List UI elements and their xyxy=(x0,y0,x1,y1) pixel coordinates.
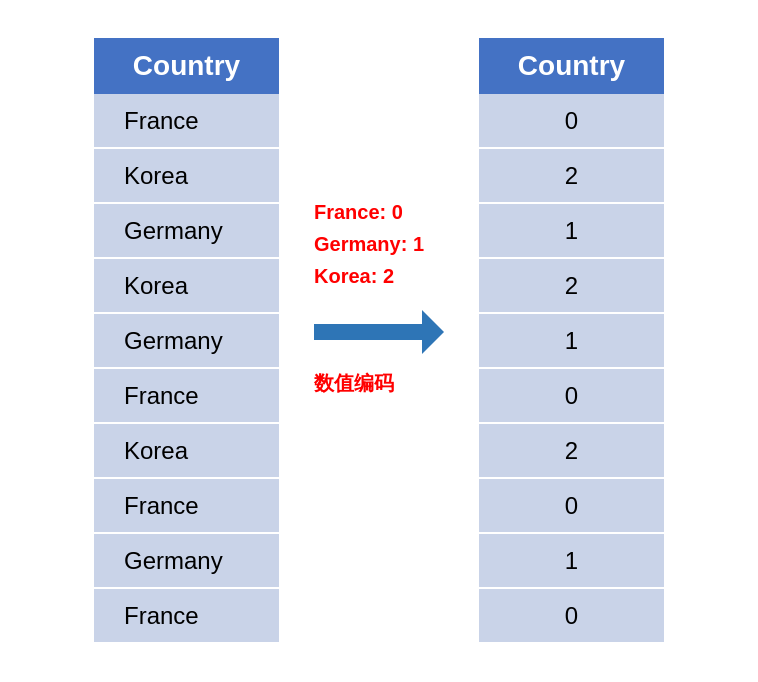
left-row-0: France xyxy=(94,94,279,149)
right-row-8: 1 xyxy=(479,534,664,589)
right-row-6: 2 xyxy=(479,424,664,479)
right-row-2: 1 xyxy=(479,204,664,259)
left-row-2: Germany xyxy=(94,204,279,259)
left-row-9: France xyxy=(94,589,279,644)
left-row-6: Korea xyxy=(94,424,279,479)
germany-mapping: Germany: 1 xyxy=(314,228,424,260)
right-row-4: 1 xyxy=(479,314,664,369)
right-row-3: 2 xyxy=(479,259,664,314)
france-mapping: France: 0 xyxy=(314,196,424,228)
left-table: Country France Korea Germany Korea Germa… xyxy=(94,38,279,644)
left-row-8: Germany xyxy=(94,534,279,589)
left-row-1: Korea xyxy=(94,149,279,204)
right-row-9: 0 xyxy=(479,589,664,644)
left-row-4: Germany xyxy=(94,314,279,369)
main-container: Country France Korea Germany Korea Germa… xyxy=(94,38,664,644)
right-row-7: 0 xyxy=(479,479,664,534)
left-row-7: France xyxy=(94,479,279,534)
right-table-header: Country xyxy=(479,38,664,94)
left-row-5: France xyxy=(94,369,279,424)
arrow-icon xyxy=(314,310,444,354)
right-table: Country 0 2 1 2 1 0 2 0 1 0 xyxy=(479,38,664,644)
right-row-0: 0 xyxy=(479,94,664,149)
left-table-header: Country xyxy=(94,38,279,94)
svg-marker-2 xyxy=(422,310,444,354)
svg-rect-1 xyxy=(314,324,422,340)
left-row-3: Korea xyxy=(94,259,279,314)
encoding-label: 数值编码 xyxy=(314,370,394,397)
arrow-row xyxy=(314,310,444,354)
right-row-5: 0 xyxy=(479,369,664,424)
middle-section: France: 0 Germany: 1 Korea: 2 数值 xyxy=(279,96,479,397)
right-row-1: 2 xyxy=(479,149,664,204)
mapping-label: France: 0 Germany: 1 Korea: 2 xyxy=(314,196,424,292)
korea-mapping: Korea: 2 xyxy=(314,260,424,292)
